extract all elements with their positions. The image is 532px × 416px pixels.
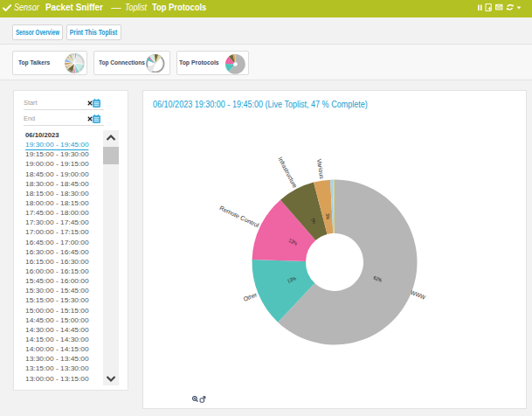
svg-text:Various: Various (316, 158, 326, 179)
svg-text:Other: Other (243, 291, 259, 302)
svg-text:Infrastructure: Infrastructure (277, 156, 298, 190)
svg-text:WWW: WWW (410, 289, 426, 301)
svg-text:Remote Control: Remote Control (218, 205, 260, 228)
